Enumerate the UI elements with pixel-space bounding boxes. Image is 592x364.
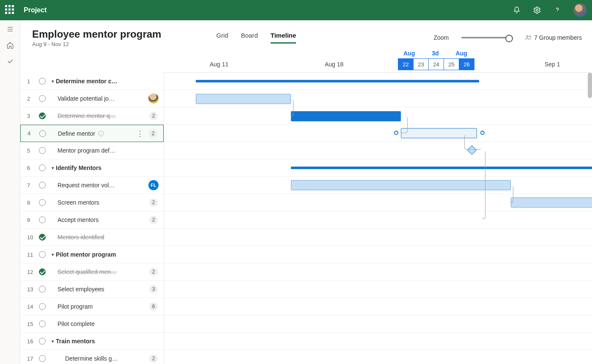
task-row[interactable]: 15Pilot complete (20, 315, 164, 333)
info-icon[interactable] (98, 130, 104, 137)
task-number: 11 (27, 252, 36, 258)
tab-timeline[interactable]: Timeline (271, 32, 296, 44)
gantt-summary-bar[interactable] (291, 167, 592, 169)
task-row[interactable]: 10Mentors identified (20, 229, 164, 246)
task-row[interactable]: 5Mentor program def… (20, 142, 164, 159)
task-complete-toggle[interactable] (39, 112, 46, 119)
home-icon[interactable] (6, 41, 14, 49)
task-number: 7 (27, 182, 36, 189)
app-name: Project (24, 6, 47, 14)
task-row[interactable]: 16▾Train mentors (20, 333, 164, 350)
picker-duration: 3d (432, 50, 439, 57)
task-row[interactable]: 14Pilot program6 (20, 298, 164, 315)
task-row[interactable]: 17Determine skills g…2 (20, 350, 164, 364)
task-name: Validate potential jo… (58, 95, 115, 102)
task-complete-toggle[interactable] (39, 286, 46, 293)
task-row[interactable]: 2Validate potential jo… (20, 90, 164, 107)
check-icon[interactable] (6, 57, 14, 65)
task-complete-toggle[interactable] (39, 355, 46, 362)
app-launcher-icon[interactable] (5, 5, 15, 15)
task-name: Determine mentor q… (58, 112, 116, 119)
assignee-count-badge: 2 (149, 198, 158, 207)
assignee-count-badge: 2 (149, 216, 158, 224)
task-name: Pilot program (58, 303, 93, 310)
task-complete-toggle[interactable] (39, 251, 46, 258)
assignee-count-badge: 2 (149, 354, 158, 363)
task-complete-toggle[interactable] (39, 320, 46, 327)
task-name: Select qualified men… (58, 268, 117, 275)
gantt-task-bar[interactable] (291, 180, 511, 190)
notification-icon[interactable] (513, 6, 521, 14)
gantt-chart[interactable] (164, 73, 592, 364)
task-complete-toggle[interactable] (39, 268, 46, 275)
date-cell[interactable]: 25 (444, 58, 459, 70)
bar-handle[interactable] (480, 131, 485, 135)
task-row[interactable]: 1▾Determine mentor ca… (20, 73, 164, 90)
gantt-task-bar[interactable] (196, 94, 291, 104)
task-name: Determine skills g… (65, 355, 118, 362)
group-members-button[interactable]: 7 Group members (525, 34, 582, 41)
bar-handle[interactable] (394, 131, 398, 135)
task-row[interactable]: 9Accept mentors2 (20, 211, 164, 229)
date-cell[interactable]: 26 (459, 58, 474, 70)
task-number: 2 (27, 96, 36, 102)
task-complete-toggle[interactable] (39, 130, 46, 137)
task-number: 12 (27, 269, 36, 275)
task-number: 14 (27, 304, 36, 310)
task-row[interactable]: 11▾Pilot mentor program (20, 246, 164, 263)
assignee-avatar[interactable] (148, 93, 159, 104)
gantt-summary-bar[interactable] (196, 80, 479, 82)
tab-board[interactable]: Board (241, 32, 258, 44)
task-number: 9 (27, 217, 36, 223)
task-name: Mentors identified (58, 234, 104, 241)
zoom-slider[interactable] (461, 37, 512, 38)
task-complete-toggle[interactable] (39, 95, 46, 102)
task-number: 3 (27, 113, 36, 119)
date-label: Aug 18 (325, 61, 343, 68)
gantt-task-bar[interactable] (511, 197, 592, 208)
settings-icon[interactable] (533, 6, 541, 14)
task-complete-toggle[interactable] (39, 216, 46, 223)
task-complete-toggle[interactable] (39, 338, 46, 345)
people-icon (525, 34, 532, 41)
date-cell[interactable]: 23 (413, 58, 429, 70)
scrollbar-thumb[interactable] (588, 73, 592, 98)
more-icon[interactable]: ⋮ (136, 129, 144, 138)
task-row[interactable]: 7Request mentor vol…FL (20, 177, 164, 194)
task-complete-toggle[interactable] (39, 182, 46, 189)
zoom-label: Zoom (433, 34, 449, 41)
task-complete-toggle[interactable] (39, 147, 46, 154)
date-cell[interactable]: 24 (428, 58, 444, 70)
task-number: 15 (27, 321, 36, 327)
task-complete-toggle[interactable] (39, 199, 46, 206)
task-row[interactable]: 4Define mentor⋮2 (20, 125, 164, 142)
assignee-count-badge: 2 (149, 268, 158, 276)
task-row[interactable]: 8Screen mentors2 (20, 194, 164, 211)
tab-grid[interactable]: Grid (216, 32, 228, 44)
task-name: Screen mentors (58, 199, 99, 206)
date-cell[interactable]: 22 (398, 58, 414, 70)
view-tabs: Grid Board Timeline (216, 32, 296, 44)
task-complete-toggle[interactable] (39, 164, 46, 171)
help-icon[interactable] (553, 6, 562, 14)
task-row[interactable]: 12Select qualified men…2 (20, 263, 164, 281)
task-row[interactable]: 3Determine mentor q…2 (20, 107, 164, 125)
task-complete-toggle[interactable] (39, 234, 46, 241)
main-area: Employee mentor program Aug 9 - Nov 12 G… (20, 20, 592, 364)
task-number: 16 (27, 338, 36, 345)
gantt-task-bar[interactable] (291, 111, 401, 121)
task-row[interactable]: 13Select employees3 (20, 281, 164, 298)
task-row[interactable]: 6▾Identify Mentors (20, 159, 164, 177)
task-complete-toggle[interactable] (39, 303, 46, 310)
task-name: Identify Mentors (56, 164, 101, 171)
dependency-link (482, 151, 485, 219)
task-number: 4 (27, 130, 37, 137)
task-name: Request mentor vol… (58, 182, 115, 189)
menu-icon[interactable] (6, 25, 14, 33)
task-complete-toggle[interactable] (39, 78, 46, 85)
left-rail (0, 20, 20, 364)
task-number: 5 (27, 148, 36, 154)
assignee-avatar[interactable]: FL (148, 180, 159, 190)
date-range-picker[interactable]: Aug 3d Aug 2223242526 (398, 50, 474, 70)
user-avatar[interactable] (573, 3, 587, 17)
